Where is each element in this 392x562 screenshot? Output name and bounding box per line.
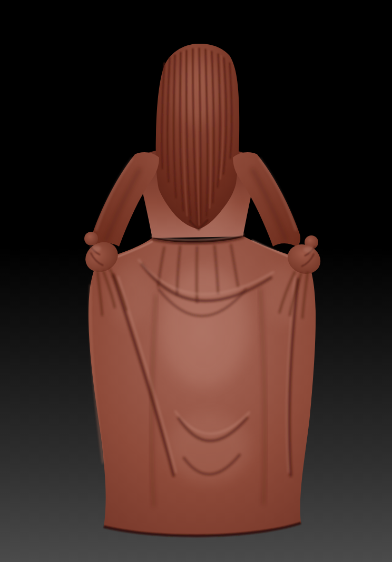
hair (156, 44, 240, 230)
sculpt-viewport-canvas[interactable]: Monochrome reddish-brown clay 3D sculpt … (0, 0, 392, 562)
left-thumb (84, 232, 98, 245)
clay-figure-render (0, 0, 392, 562)
